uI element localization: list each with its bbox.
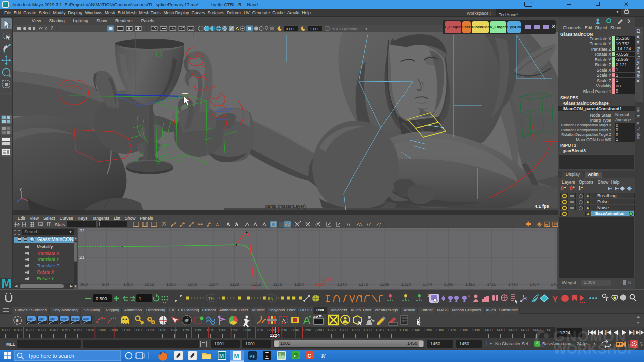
- svg-text:Ozz: Ozz: [50, 317, 55, 320]
- svg-text:1220: 1220: [267, 328, 275, 332]
- svg-text:1080: 1080: [188, 282, 197, 287]
- svg-text:1440: 1440: [532, 328, 541, 332]
- svg-text:1.00: 1.00: [310, 27, 318, 31]
- svg-text:1464: 1464: [530, 282, 539, 287]
- svg-text:1050: 1050: [61, 328, 70, 332]
- svg-text:stepped: stepped: [72, 317, 82, 320]
- svg-text:1272: 1272: [359, 282, 368, 287]
- svg-text:1370: 1370: [448, 328, 456, 332]
- svg-text:1040: 1040: [49, 328, 58, 332]
- svg-text:1160: 1160: [194, 328, 202, 332]
- svg-text:1430: 1430: [520, 328, 529, 332]
- svg-text:4.1 fps: 4.1 fps: [535, 204, 549, 209]
- svg-text:1008: 1008: [123, 282, 133, 287]
- svg-text:1270: 1270: [327, 328, 336, 332]
- svg-text:1310: 1310: [375, 328, 384, 332]
- svg-text:1260: 1260: [315, 328, 324, 332]
- svg-text:1410: 1410: [496, 328, 505, 332]
- svg-text:K: K: [320, 352, 326, 360]
- svg-text:1170: 1170: [206, 328, 214, 332]
- svg-text:Ozz: Ozz: [28, 317, 33, 320]
- svg-text:Stats: Stats: [55, 222, 65, 227]
- svg-text:1320: 1320: [401, 282, 411, 287]
- svg-text:1104: 1104: [209, 282, 218, 287]
- svg-text:1020: 1020: [25, 328, 34, 332]
- svg-text:1200: 1200: [294, 282, 304, 287]
- svg-text:1030: 1030: [37, 328, 46, 332]
- svg-text:1330: 1330: [399, 328, 408, 332]
- svg-text:1420: 1420: [508, 328, 517, 332]
- svg-text:1224: 1224: [322, 277, 331, 282]
- svg-text:1392: 1392: [465, 282, 475, 287]
- svg-text:1300: 1300: [363, 328, 372, 332]
- svg-text:1440: 1440: [508, 282, 518, 287]
- svg-text:1152: 1152: [252, 282, 261, 287]
- svg-text:E: E: [266, 354, 268, 357]
- svg-text:14: 14: [546, 328, 550, 332]
- svg-text:linear: linear: [61, 317, 68, 320]
- svg-text:1128: 1128: [230, 282, 240, 287]
- svg-text:M: M: [234, 353, 239, 360]
- svg-text:1340: 1340: [412, 328, 420, 332]
- svg-text:1180: 1180: [218, 328, 226, 332]
- svg-text:BN: BN: [268, 296, 273, 301]
- svg-text:1320: 1320: [387, 328, 396, 332]
- svg-text:1248: 1248: [337, 282, 347, 287]
- svg-text:1150: 1150: [182, 328, 190, 332]
- svg-text:1032: 1032: [145, 282, 154, 287]
- svg-text:1110: 1110: [134, 328, 142, 332]
- svg-text:1100: 1100: [122, 328, 130, 332]
- svg-text:R: R: [468, 294, 470, 298]
- svg-text:C: C: [308, 353, 311, 359]
- svg-text:960: 960: [80, 282, 88, 287]
- svg-text:22: 22: [79, 228, 85, 233]
- svg-text:1190: 1190: [230, 328, 238, 332]
- svg-text:0.00: 0.00: [286, 27, 294, 31]
- svg-text:1140: 1140: [170, 328, 178, 332]
- svg-text:1120: 1120: [146, 328, 154, 332]
- svg-text:21: 21: [79, 255, 85, 260]
- svg-text:1488: 1488: [551, 282, 557, 287]
- svg-text:1250: 1250: [303, 328, 311, 332]
- svg-text:1010: 1010: [13, 328, 22, 332]
- svg-text:1350: 1350: [424, 328, 432, 332]
- svg-text:1368: 1368: [444, 282, 454, 287]
- svg-text:1230: 1230: [279, 328, 287, 332]
- svg-text:TH: TH: [208, 296, 214, 301]
- svg-text:1080: 1080: [98, 328, 106, 332]
- svg-text:1070: 1070: [86, 328, 94, 332]
- svg-text:0.500: 0.500: [96, 296, 107, 301]
- svg-text:1: 1: [139, 296, 141, 301]
- svg-text:Type here to search: Type here to search: [28, 353, 74, 359]
- svg-text:1224: 1224: [560, 330, 570, 335]
- svg-text:y: y: [20, 187, 22, 191]
- svg-text:M: M: [219, 353, 224, 359]
- svg-text:persp (masterLayer): persp (masterLayer): [265, 204, 306, 209]
- svg-text:1390: 1390: [472, 328, 480, 332]
- svg-text:1290: 1290: [351, 328, 360, 332]
- svg-text:Ozz: Ozz: [39, 317, 44, 320]
- svg-text:Ps: Ps: [250, 354, 255, 359]
- svg-text:1056: 1056: [166, 282, 176, 287]
- svg-text:1344: 1344: [423, 282, 432, 287]
- svg-text:1380: 1380: [460, 328, 468, 332]
- svg-text:1060: 1060: [73, 328, 82, 332]
- svg-text:1296: 1296: [380, 282, 389, 287]
- svg-text:984: 984: [102, 282, 109, 287]
- svg-text:a: a: [16, 318, 19, 323]
- svg-text:1224: 1224: [270, 333, 280, 338]
- svg-text:1360: 1360: [436, 328, 444, 332]
- svg-text:1130: 1130: [158, 328, 166, 332]
- svg-text:1000: 1000: [1, 328, 10, 332]
- svg-text:1210: 1210: [255, 328, 263, 332]
- svg-text:auto: auto: [83, 317, 89, 320]
- svg-text:1400: 1400: [484, 328, 493, 332]
- svg-text:c: c: [294, 353, 297, 358]
- svg-text:1: 1: [427, 294, 429, 297]
- svg-text:1280: 1280: [339, 328, 348, 332]
- svg-text:1416: 1416: [487, 282, 497, 287]
- svg-text:1224: 1224: [316, 282, 326, 287]
- svg-text:1176: 1176: [273, 282, 283, 287]
